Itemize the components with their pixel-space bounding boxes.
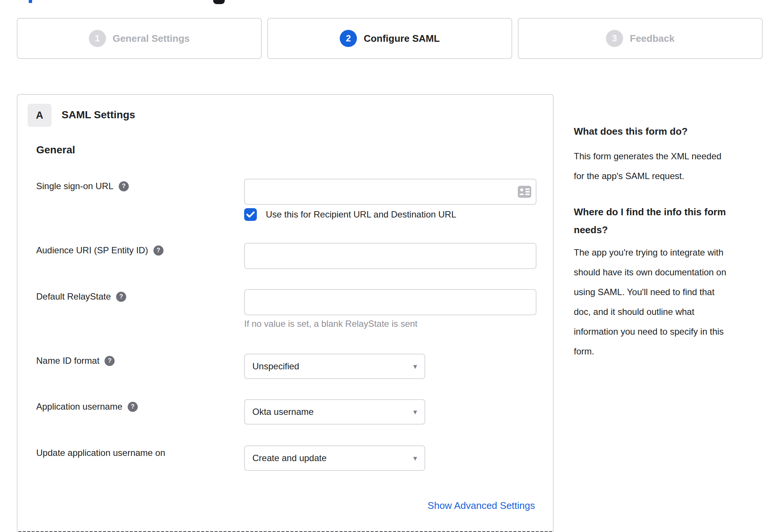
- sso-url-input[interactable]: [244, 179, 536, 205]
- recipient-url-checkbox[interactable]: [244, 208, 257, 221]
- step-feedback[interactable]: 3 Feedback: [518, 18, 763, 59]
- help-icon[interactable]: ?: [119, 181, 129, 191]
- step-number-badge: 1: [89, 30, 106, 47]
- step-label: Configure SAML: [364, 33, 440, 44]
- update-username-select[interactable]: Create and update ▾: [244, 445, 425, 471]
- step-label: Feedback: [630, 33, 675, 44]
- help-icon[interactable]: ?: [153, 245, 164, 256]
- help-q1-title: What does this form do?: [574, 122, 766, 140]
- step-label: General Settings: [113, 33, 190, 44]
- wizard-stepper: 1 General Settings 2 Configure SAML 3 Fe…: [17, 18, 763, 59]
- help-q2-body: The app you're trying to integrate with …: [574, 242, 766, 361]
- application-username-label: Application username ?: [36, 401, 138, 412]
- step-general-settings[interactable]: 1 General Settings: [17, 18, 262, 59]
- name-id-format-select[interactable]: Unspecified ▾: [244, 354, 425, 379]
- recipient-url-checkbox-row: Use this for Recipient URL and Destinati…: [244, 208, 456, 221]
- step-configure-saml[interactable]: 2 Configure SAML: [267, 18, 512, 59]
- relay-state-input[interactable]: [244, 289, 536, 315]
- help-icon[interactable]: ?: [105, 356, 115, 366]
- audience-uri-label-text: Audience URI (SP Entity ID): [36, 245, 148, 256]
- update-username-label-text: Update application username on: [36, 447, 165, 459]
- relay-state-label-text: Default RelayState: [36, 291, 111, 302]
- chevron-down-icon: ▾: [413, 454, 417, 463]
- name-id-format-label: Name ID format ?: [36, 355, 115, 366]
- help-icon[interactable]: ?: [116, 292, 126, 302]
- checkmark-icon: [246, 211, 255, 218]
- show-advanced-settings-link[interactable]: Show Advanced Settings: [427, 500, 535, 511]
- section-title: SAML Settings: [62, 109, 135, 121]
- sso-url-label-text: Single sign-on URL: [36, 181, 113, 192]
- saml-settings-panel: A SAML Settings General Single sign-on U…: [17, 94, 554, 532]
- help-q2-title: Where do I find the info this form needs…: [574, 203, 766, 239]
- relay-state-label: Default RelayState ?: [36, 291, 126, 302]
- update-username-label: Update application username on: [36, 447, 165, 459]
- chevron-down-icon: ▾: [413, 362, 417, 371]
- name-id-format-label-text: Name ID format: [36, 355, 99, 366]
- audience-uri-label: Audience URI (SP Entity ID) ?: [36, 245, 164, 256]
- recipient-url-checkbox-label: Use this for Recipient URL and Destinati…: [266, 209, 456, 220]
- application-username-label-text: Application username: [36, 401, 122, 412]
- name-id-format-value: Unspecified: [252, 361, 413, 372]
- sso-url-input-wrap: [244, 179, 536, 205]
- help-sidebar: What does this form do? This form genera…: [574, 122, 766, 361]
- help-q1-body: This form generates the XML needed for t…: [574, 146, 766, 186]
- general-group-title: General: [36, 144, 75, 156]
- audience-uri-input[interactable]: [244, 243, 536, 269]
- help-icon[interactable]: ?: [128, 402, 138, 412]
- application-username-value: Okta username: [252, 407, 413, 417]
- step-number-badge: 2: [340, 30, 357, 47]
- cutoff-dark-icon-fragment: [213, 0, 225, 4]
- relay-state-helper-text: If no value is set, a blank RelayState i…: [244, 319, 417, 329]
- cutoff-blue-fragment: [29, 0, 32, 3]
- section-a-badge: A: [28, 104, 52, 127]
- application-username-select[interactable]: Okta username ▾: [244, 399, 425, 425]
- step-number-badge: 3: [606, 30, 623, 47]
- contact-card-icon[interactable]: [518, 186, 531, 198]
- chevron-down-icon: ▾: [413, 407, 417, 416]
- update-username-value: Create and update: [252, 453, 413, 463]
- sso-url-label: Single sign-on URL ?: [36, 181, 129, 192]
